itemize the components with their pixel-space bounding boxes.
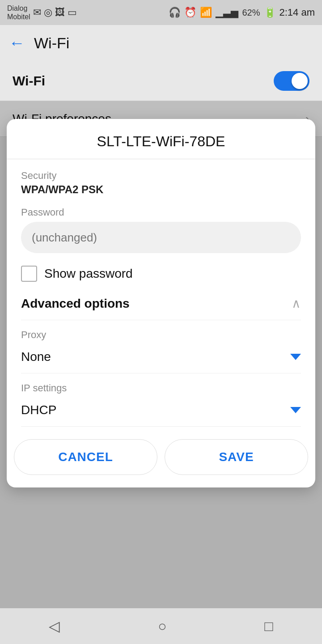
- back-nav-icon[interactable]: ◁: [49, 618, 60, 635]
- wifi-label: Wi-Fi: [13, 73, 45, 89]
- carrier-text: DialogMobitel: [7, 4, 30, 21]
- home-nav-icon[interactable]: ○: [158, 618, 166, 635]
- wifi-toggle-row: Wi-Fi: [0, 61, 322, 101]
- cancel-button[interactable]: CANCEL: [14, 439, 157, 475]
- image-icon: 🖼: [55, 7, 65, 18]
- advanced-options-label: Advanced options: [21, 297, 130, 311]
- dialog-title: SLT-LTE-WiFi-78DE: [7, 119, 315, 159]
- ip-settings-section: IP settings DHCP: [21, 382, 301, 427]
- show-password-label: Show password: [44, 267, 133, 281]
- page-title: Wi-Fi: [34, 34, 69, 52]
- proxy-dropdown-arrow: [290, 354, 301, 360]
- battery-icon: 🔋: [264, 7, 276, 18]
- ip-settings-value: DHCP: [21, 403, 56, 417]
- show-password-checkbox[interactable]: [21, 266, 37, 282]
- password-input[interactable]: [21, 222, 301, 253]
- ip-settings-dropdown-arrow: [290, 407, 301, 413]
- security-value: WPA/WPA2 PSK: [21, 183, 301, 196]
- proxy-label: Proxy: [21, 329, 301, 341]
- wifi-dialog: SLT-LTE-WiFi-78DE Security WPA/WPA2 PSK …: [7, 119, 315, 487]
- show-password-row: Show password: [21, 266, 301, 282]
- password-label: Password: [21, 207, 301, 218]
- status-right: 🎧 ⏰ 📶 ▁▃▅ 62% 🔋 2:14 am: [169, 7, 315, 18]
- status-time: 2:14 am: [280, 7, 315, 18]
- signal-icon: ▁▃▅: [216, 7, 238, 18]
- status-left: DialogMobitel ✉ ◎ 🖼 ▭: [7, 4, 77, 21]
- security-section: Security WPA/WPA2 PSK: [21, 170, 301, 196]
- proxy-value: None: [21, 350, 51, 364]
- security-label: Security: [21, 170, 301, 182]
- dialog-actions: CANCEL SAVE: [7, 427, 315, 487]
- save-button[interactable]: SAVE: [165, 439, 308, 475]
- dialog-backdrop: SLT-LTE-WiFi-78DE Security WPA/WPA2 PSK …: [0, 101, 322, 608]
- toggle-knob: [292, 73, 308, 89]
- top-nav: ← Wi-Fi: [0, 25, 322, 61]
- proxy-section: Proxy None: [21, 329, 301, 373]
- password-section: Password: [21, 207, 301, 253]
- proxy-dropdown[interactable]: None: [21, 345, 301, 373]
- ip-settings-dropdown[interactable]: DHCP: [21, 398, 301, 427]
- chevron-up-icon: ∧: [292, 296, 301, 311]
- camera-icon: ◎: [44, 7, 52, 18]
- wifi-icon: 📶: [200, 7, 212, 18]
- battery-text: 62%: [242, 8, 260, 18]
- headphone-icon: 🎧: [169, 7, 181, 18]
- recents-nav-icon[interactable]: □: [264, 618, 273, 635]
- bottom-nav: ◁ ○ □: [0, 608, 322, 644]
- wifi-toggle[interactable]: [274, 71, 309, 91]
- screen-icon: ▭: [68, 7, 77, 18]
- ip-settings-label: IP settings: [21, 382, 301, 394]
- back-button[interactable]: ←: [9, 34, 25, 52]
- advanced-options-row[interactable]: Advanced options ∧: [21, 292, 301, 320]
- alarm-icon: ⏰: [184, 7, 196, 18]
- dialog-body: Security WPA/WPA2 PSK Password Show pass…: [7, 159, 315, 427]
- status-bar: DialogMobitel ✉ ◎ 🖼 ▭ 🎧 ⏰ 📶 ▁▃▅ 62% 🔋 2:…: [0, 0, 322, 25]
- gmail-icon: ✉: [33, 7, 41, 18]
